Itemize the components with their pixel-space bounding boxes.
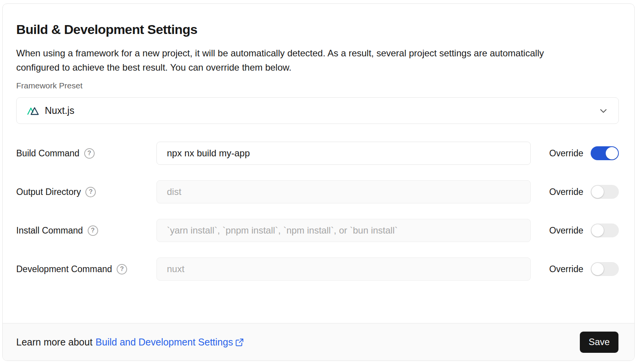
page-title: Build & Development Settings bbox=[16, 22, 619, 37]
nuxt-logo-icon bbox=[27, 105, 41, 117]
save-button[interactable]: Save bbox=[580, 332, 618, 353]
card-main: Build & Development Settings When using … bbox=[3, 4, 634, 323]
framework-preset-select[interactable]: Nuxt.js bbox=[16, 97, 619, 124]
install-command-input bbox=[156, 219, 531, 242]
override-label: Override bbox=[549, 264, 583, 274]
override-label: Override bbox=[549, 148, 583, 159]
override-label: Override bbox=[549, 187, 583, 197]
development-command-label: Development Command bbox=[16, 264, 112, 274]
output-directory-label: Output Directory bbox=[16, 187, 81, 197]
question-circle-icon[interactable]: ? bbox=[88, 225, 98, 236]
output-directory-input bbox=[156, 180, 531, 203]
output-directory-override-toggle[interactable] bbox=[591, 185, 619, 199]
settings-rows: Build Command ? Override Output Director… bbox=[16, 142, 619, 281]
development-command-row: Development Command ? Override bbox=[16, 257, 619, 281]
override-label: Override bbox=[549, 225, 583, 236]
output-directory-row: Output Directory ? Override bbox=[16, 180, 619, 203]
development-command-override-toggle[interactable] bbox=[591, 262, 619, 276]
development-command-input bbox=[156, 257, 531, 281]
install-command-row: Install Command ? Override bbox=[16, 219, 619, 242]
toggle-knob bbox=[591, 186, 604, 198]
chevron-down-icon bbox=[598, 105, 609, 117]
framework-preset-value: Nuxt.js bbox=[45, 105, 598, 116]
toggle-knob bbox=[606, 147, 618, 159]
learn-more-prefix: Learn more about bbox=[16, 337, 92, 348]
question-circle-icon[interactable]: ? bbox=[84, 148, 95, 159]
framework-preset-label: Framework Preset bbox=[16, 81, 619, 90]
install-command-override-toggle[interactable] bbox=[591, 223, 619, 237]
toggle-knob bbox=[591, 263, 604, 275]
external-link-icon bbox=[235, 338, 244, 347]
question-circle-icon[interactable]: ? bbox=[117, 264, 127, 274]
section-description: When using a framework for a new project… bbox=[16, 46, 559, 74]
install-command-label: Install Command bbox=[16, 225, 83, 236]
build-command-override-toggle[interactable] bbox=[591, 146, 619, 160]
build-command-row: Build Command ? Override bbox=[16, 142, 619, 165]
toggle-knob bbox=[591, 224, 604, 237]
build-command-label: Build Command bbox=[16, 148, 80, 159]
build-settings-card: Build & Development Settings When using … bbox=[2, 3, 635, 361]
learn-more-link[interactable]: Build and Development Settings bbox=[95, 337, 244, 348]
card-footer: Learn more about Build and Development S… bbox=[3, 323, 634, 361]
build-command-input[interactable] bbox=[156, 142, 531, 165]
question-circle-icon[interactable]: ? bbox=[85, 187, 96, 197]
learn-more-text: Learn more about Build and Development S… bbox=[16, 337, 244, 348]
